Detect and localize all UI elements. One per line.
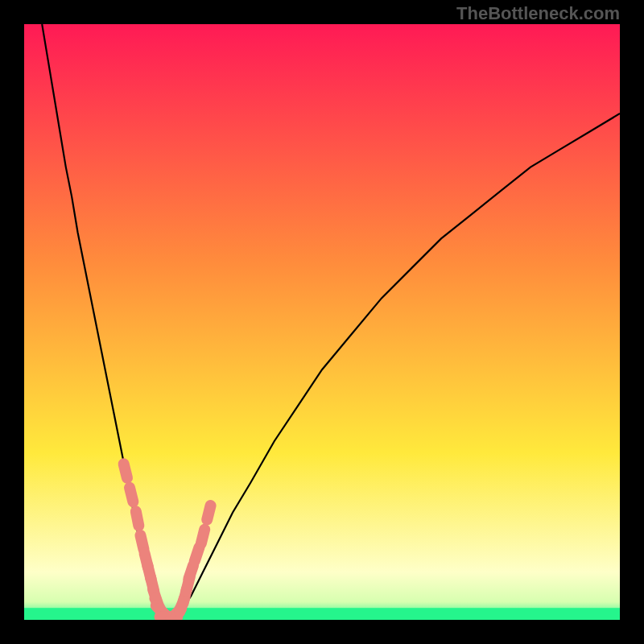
green-band [24, 608, 620, 620]
watermark-text: TheBottleneck.com [456, 3, 620, 24]
marker-point [195, 547, 200, 561]
marker-point [188, 565, 193, 579]
marker-point [124, 464, 127, 477]
marker-point [140, 535, 143, 550]
marker-point [136, 511, 139, 526]
marker-point [201, 530, 204, 543]
gradient-background [24, 24, 620, 620]
plot-area [24, 24, 620, 620]
marker-point [207, 506, 210, 519]
chart-container: TheBottleneck.com [0, 0, 644, 644]
chart-svg [24, 24, 620, 620]
marker-point [130, 488, 133, 502]
